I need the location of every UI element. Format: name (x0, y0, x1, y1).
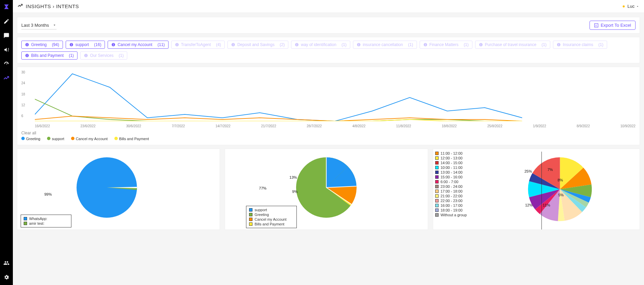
line-legend: GreetingsupportCancel my AccountBills an… (21, 137, 636, 141)
legend-item[interactable]: 15:00 - 16:00 (435, 175, 467, 179)
chevron-down-icon (636, 5, 639, 8)
intent-chip[interactable]: Insurance claims (1) (553, 41, 607, 49)
legend-item[interactable]: Bills and Payment (249, 222, 294, 226)
x-tick: 1/9/2022 (533, 124, 546, 128)
legend-item[interactable]: 12:00 - 13:00 (435, 156, 467, 160)
legend-item[interactable]: 11:00 - 12:00 (435, 151, 467, 156)
pie3-divider (541, 152, 542, 229)
settings-icon[interactable] (3, 274, 9, 280)
y-tick: 12 (21, 103, 25, 107)
svg-rect-26 (86, 54, 86, 57)
y-tick: 24 (21, 81, 25, 85)
pie-chart-intents: 13% 9% 77% supportGreetingCancel my Acco… (225, 149, 428, 230)
chevron-down-icon (52, 23, 57, 27)
intent-chip[interactable]: insurance cancellation (1) (353, 41, 417, 49)
y-tick: 6 (21, 114, 25, 118)
legend-item[interactable]: Greeting (249, 212, 294, 217)
breadcrumb-sep: › (53, 3, 56, 9)
sidebar (0, 0, 13, 285)
clear-all-link[interactable]: Clear all (21, 131, 636, 135)
user-name: Luc (627, 4, 635, 9)
svg-rect-8 (113, 44, 114, 46)
svg-text:X: X (595, 24, 597, 26)
legend-item[interactable]: Cancel my Account (249, 217, 294, 222)
breadcrumb-section: INSIGHTS (26, 3, 51, 9)
svg-rect-20 (481, 44, 481, 46)
pie3-label-f: 12% (525, 203, 533, 207)
topbar: INSIGHTS › INTENTS Luc (13, 0, 644, 13)
pie1-legend: WhatsApp:amir test: (21, 215, 71, 227)
intent-chip[interactable]: Finance Matters (1) (420, 41, 472, 49)
pie-chart-channels: 99% WhatsApp:amir test: (17, 149, 220, 230)
legend-item[interactable]: 10:00 - 11:00 (435, 165, 467, 170)
svg-rect-4 (27, 44, 27, 46)
legend-item[interactable]: 21:00 - 22:00 (435, 194, 467, 198)
legend-item[interactable]: Bills and Payment (114, 137, 149, 141)
x-axis: 16/6/202223/6/202230/6/20227/7/202214/7/… (35, 124, 636, 128)
chat-icon[interactable] (3, 32, 9, 39)
legend-item[interactable]: amir test: (24, 221, 68, 226)
export-label: Export To Excel (601, 23, 631, 28)
intent-chip[interactable]: Our Services (1) (80, 51, 127, 60)
date-range-select[interactable]: Last 3 Months (21, 21, 57, 29)
legend-item[interactable]: 14:00 - 15:00 (435, 160, 467, 165)
dashboard-icon[interactable] (3, 61, 9, 67)
legend-item[interactable]: Without a group (435, 213, 467, 217)
pie2-label-b: 9% (292, 190, 297, 194)
pie2-legend: supportGreetingCancel my AccountBills an… (246, 206, 297, 228)
insights-icon[interactable] (3, 75, 9, 81)
legend-item[interactable]: WhatsApp: (24, 216, 68, 221)
intent-chip[interactable]: way of identification (1) (291, 41, 350, 49)
intent-chip[interactable]: Cancel my Account (11) (108, 41, 168, 49)
x-tick: 25/8/2022 (487, 124, 503, 128)
pie3-legend: 11:00 - 12:0012:00 - 13:0014:00 - 15:001… (435, 151, 467, 217)
pie-value-label: 99% (44, 192, 52, 196)
x-tick: 10/9/2022 (620, 124, 636, 128)
range-card: Last 3 Months X Export To Excel (17, 17, 640, 34)
intent-chip[interactable]: support (16) (66, 41, 105, 49)
y-tick: 18 (21, 92, 25, 96)
export-excel-button[interactable]: X Export To Excel (590, 21, 636, 30)
intent-chip[interactable]: Bills and Payment (1) (21, 51, 77, 60)
pie-chart-hours: 25% 7% 8% 5% 11% 12% 11:00 - 12:0012:00 … (433, 149, 640, 230)
broadcast-icon[interactable] (3, 47, 9, 53)
intent-chip[interactable]: Greeting (94) (21, 41, 63, 49)
x-tick: 8/9/2022 (577, 124, 590, 128)
pie3-label-a: 25% (525, 169, 532, 173)
pie3-label-d: 5% (558, 193, 564, 197)
pie2-label-a: 13% (289, 175, 297, 179)
legend-item[interactable]: Cancel my Account (71, 137, 108, 141)
x-tick: 16/6/2022 (35, 124, 50, 128)
legend-item[interactable]: support (249, 207, 294, 212)
line-chart (35, 70, 636, 122)
svg-rect-14 (297, 44, 297, 46)
legend-item[interactable]: 17:00 - 18:00 (435, 189, 467, 194)
intent-chip[interactable]: Deposit and Savings (2) (227, 41, 288, 49)
status-dot-icon (623, 5, 625, 7)
legend-item[interactable]: 22:00 - 23:00 (435, 198, 467, 203)
svg-rect-6 (71, 44, 71, 46)
svg-rect-10 (177, 44, 177, 46)
y-axis: 302418126 (21, 70, 25, 118)
legend-item[interactable]: Greeting (21, 137, 40, 141)
legend-item[interactable]: 16:00 - 17:00 (435, 203, 467, 208)
svg-rect-16 (358, 44, 359, 46)
app-logo-icon (3, 3, 10, 10)
intent-chip[interactable]: TransferToAgent (4) (171, 41, 225, 49)
intent-chip[interactable]: Purchase of travel insurance (1) (475, 41, 550, 49)
legend-item[interactable]: support (47, 137, 64, 141)
main: INSIGHTS › INTENTS Luc Last 3 Months X E… (13, 0, 644, 285)
legend-item[interactable]: 13:00 - 14:00 (435, 170, 467, 175)
user-menu[interactable]: Luc (623, 4, 639, 9)
legend-item[interactable]: 23:00 - 24:00 (435, 184, 467, 189)
breadcrumb-page: INTENTS (56, 3, 79, 9)
legend-item[interactable]: 18:00 - 19:00 (435, 208, 467, 213)
x-tick: 21/7/2022 (261, 124, 276, 128)
users-icon[interactable] (3, 260, 9, 266)
svg-rect-22 (558, 44, 559, 46)
page-body: Last 3 Months X Export To Excel Greeting… (13, 13, 644, 234)
edit-icon[interactable] (3, 18, 9, 24)
pie3-label-e: 11% (543, 203, 550, 207)
svg-rect-24 (27, 54, 27, 57)
legend-item[interactable]: 6:00 - 7:00 (435, 179, 467, 184)
